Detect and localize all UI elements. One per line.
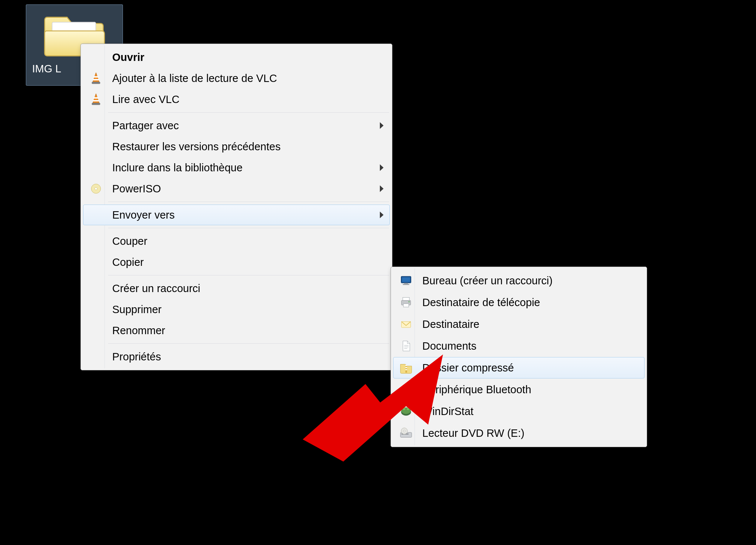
zip-folder-icon — [399, 360, 413, 375]
svg-point-30 — [403, 408, 405, 410]
menu-separator — [108, 202, 389, 202]
menu-item-properties[interactable]: Propriétés — [83, 346, 390, 367]
windirstat-icon — [399, 404, 413, 419]
menu-item-label: Partager avec — [112, 120, 179, 132]
menu-item-vlc-add[interactable]: Ajouter à la liste de lecture de VLC — [83, 68, 390, 89]
menu-item-label: Lire avec VLC — [112, 93, 179, 106]
svg-rect-25 — [405, 367, 407, 368]
menu-item-rename[interactable]: Renommer — [83, 320, 390, 341]
svg-rect-3 — [93, 79, 99, 80]
svg-rect-12 — [402, 277, 410, 282]
menu-item-label: Inclure dans la bibliothèque — [112, 162, 243, 174]
mail-icon — [399, 317, 413, 332]
svg-rect-4 — [92, 82, 100, 84]
vlc-icon — [89, 92, 103, 107]
context-menu: Ouvrir Ajouter à la liste de lecture de … — [80, 44, 392, 370]
menu-separator — [108, 275, 389, 275]
menu-separator — [108, 112, 389, 113]
menu-item-label: Envoyer vers — [112, 209, 175, 221]
menu-item-label: Lecteur DVD RW (E:) — [422, 427, 525, 439]
menu-separator — [108, 228, 389, 228]
dvd-drive-icon — [399, 426, 413, 441]
menu-item-label: Destinataire de télécopie — [422, 297, 540, 309]
menu-item-cut[interactable]: Couper — [83, 231, 390, 251]
svg-rect-24 — [405, 365, 407, 366]
menu-item-label: Bureau (créer un raccourci) — [422, 275, 553, 287]
submenu-item-desktop[interactable]: Bureau (créer un raccourci) — [393, 270, 645, 291]
menu-item-open[interactable]: Ouvrir — [83, 47, 390, 68]
svg-rect-13 — [404, 283, 408, 284]
svg-point-29 — [401, 407, 410, 414]
svg-point-31 — [407, 408, 409, 410]
menu-item-label: Renommer — [112, 325, 165, 337]
submenu-arrow-icon — [380, 122, 384, 129]
menu-item-label: Couper — [112, 235, 147, 247]
submenu-arrow-icon — [380, 164, 384, 171]
svg-rect-7 — [93, 100, 99, 102]
menu-item-label: Propriétés — [112, 351, 161, 363]
submenu-item-windirstat[interactable]: WinDirStat — [393, 401, 645, 422]
menu-item-poweriso[interactable]: PowerISO — [83, 178, 390, 199]
menu-item-label: WinDirStat — [422, 405, 474, 418]
svg-point-18 — [408, 301, 410, 302]
submenu-item-fax[interactable]: Destinataire de télécopie — [393, 292, 645, 313]
disc-icon — [89, 181, 103, 196]
menu-item-label: Documents — [422, 340, 477, 352]
svg-rect-2 — [93, 76, 98, 78]
menu-item-share[interactable]: Partager avec — [83, 115, 390, 136]
menu-item-delete[interactable]: Supprimer — [83, 299, 390, 320]
submenu-item-bluetooth[interactable]: Périphérique Bluetooth — [393, 379, 645, 400]
desktop-shortcut-icon — [399, 273, 413, 288]
menu-item-copy[interactable]: Copier — [83, 252, 390, 272]
svg-rect-17 — [403, 304, 409, 307]
menu-item-label: Copier — [112, 256, 144, 268]
submenu-item-zip[interactable]: Dossier compressé — [393, 357, 645, 378]
menu-item-label: PowerISO — [112, 183, 161, 195]
fax-icon — [399, 295, 413, 310]
menu-separator — [108, 343, 389, 344]
menu-item-sendto[interactable]: Envoyer vers — [83, 205, 390, 225]
menu-item-shortcut[interactable]: Créer un raccourci — [83, 278, 390, 299]
menu-item-label: Dossier compressé — [422, 362, 514, 374]
menu-item-restore[interactable]: Restaurer les versions précédentes — [83, 136, 390, 157]
submenu-arrow-icon — [380, 185, 384, 192]
menu-item-label: Périphérique Bluetooth — [422, 384, 531, 396]
menu-item-label: Ajouter à la liste de lecture de VLC — [112, 72, 277, 85]
menu-item-label: Destinataire — [422, 318, 480, 330]
svg-rect-6 — [93, 97, 98, 99]
menu-item-vlc-play[interactable]: Lire avec VLC — [83, 89, 390, 110]
svg-point-35 — [403, 430, 405, 432]
menu-item-library[interactable]: Inclure dans la bibliothèque — [83, 157, 390, 178]
svg-rect-26 — [405, 369, 407, 370]
document-icon — [399, 339, 413, 353]
submenu-item-documents[interactable]: Documents — [393, 335, 645, 357]
menu-item-label: Restaurer les versions précédentes — [112, 141, 281, 153]
svg-rect-14 — [403, 284, 409, 285]
vlc-icon — [89, 71, 103, 86]
submenu-item-dvd[interactable]: Lecteur DVD RW (E:) — [393, 422, 645, 444]
svg-rect-23 — [405, 365, 407, 373]
svg-rect-8 — [92, 103, 100, 105]
menu-item-label: Ouvrir — [112, 51, 144, 64]
menu-item-label: Supprimer — [112, 304, 162, 316]
menu-item-label: Créer un raccourci — [112, 282, 200, 295]
bluetooth-icon — [399, 382, 413, 397]
submenu-item-mail[interactable]: Destinataire — [393, 313, 645, 335]
svg-point-10 — [95, 188, 97, 190]
submenu-arrow-icon — [380, 212, 384, 218]
sendto-submenu: Bureau (créer un raccourci) Destinataire… — [391, 267, 647, 447]
